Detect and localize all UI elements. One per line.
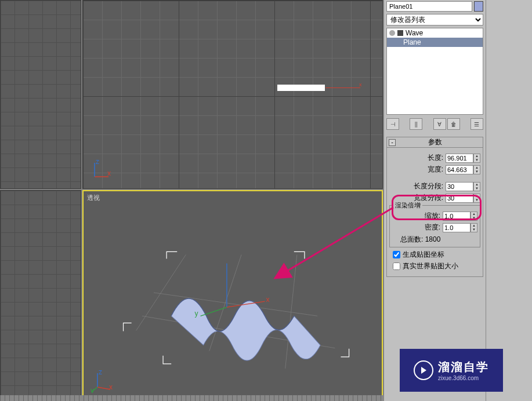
gizmo-x-axis[interactable] xyxy=(325,88,360,88)
viewport-top-left[interactable] xyxy=(0,0,81,189)
lightbulb-icon[interactable] xyxy=(389,30,395,36)
total-faces-value: 1800 xyxy=(425,235,441,243)
viewport-top-right[interactable]: x z x xyxy=(82,0,383,189)
command-panel: 修改器列表 Wave Plane ⊣ || xyxy=(384,0,532,401)
svg-text:y: y xyxy=(194,309,198,318)
group-title: 渲染倍增 xyxy=(393,201,422,210)
world-axis-gizmo: z x xyxy=(90,158,113,181)
axis-x-label: x xyxy=(359,82,362,88)
panel-scroll-strip[interactable] xyxy=(486,0,532,401)
parameters-rollout: - 参数 长度: ▲▼ 宽度: ▲ xyxy=(386,137,483,277)
svg-text:x: x xyxy=(266,296,269,304)
length-segs-input[interactable] xyxy=(446,182,473,191)
wave-plane-mesh[interactable]: x y xyxy=(84,191,382,400)
length-segs-spinner[interactable]: ▲▼ xyxy=(473,182,480,191)
stack-item-plane[interactable]: Plane xyxy=(387,38,483,47)
stack-label: Wave xyxy=(406,29,423,37)
length-input[interactable] xyxy=(446,154,473,163)
width-segs-spinner[interactable]: ▲▼ xyxy=(473,194,480,203)
plane-object-top[interactable] xyxy=(277,85,325,91)
object-name-input[interactable] xyxy=(386,1,472,12)
gen-uv-label: 生成贴图坐标 xyxy=(403,250,444,260)
length-spinner[interactable]: ▲▼ xyxy=(473,154,480,163)
width-segs-input[interactable] xyxy=(446,194,473,203)
pin-stack-button[interactable]: ⊣ xyxy=(386,118,399,130)
scale-input[interactable] xyxy=(443,212,471,221)
object-color-swatch[interactable] xyxy=(474,1,483,12)
width-label: 宽度: xyxy=(389,165,444,174)
real-world-label: 真实世界贴图大小 xyxy=(403,261,458,271)
real-world-checkbox[interactable] xyxy=(393,263,400,270)
timeline-slider[interactable] xyxy=(0,395,384,401)
world-axis-gizmo-persp: z x y xyxy=(91,370,114,393)
scale-label: 缩放: xyxy=(392,211,441,221)
svg-line-12 xyxy=(201,307,227,316)
width-input[interactable] xyxy=(446,165,473,174)
stack-item-wave[interactable]: Wave xyxy=(387,28,483,38)
watermark-title: 溜溜自学 xyxy=(438,359,489,375)
total-faces-label: 总面数: xyxy=(400,235,423,243)
show-end-button[interactable]: || xyxy=(410,118,422,130)
watermark: 溜溜自学 zixue.3d66.com xyxy=(400,349,503,392)
svg-line-16 xyxy=(97,387,110,389)
svg-text:y: y xyxy=(91,387,94,393)
rollout-header[interactable]: - 参数 xyxy=(387,137,483,148)
configure-button[interactable]: ☰ xyxy=(471,118,483,130)
collapse-icon[interactable]: - xyxy=(389,139,396,146)
rollout-title: 参数 xyxy=(428,137,442,147)
watermark-url: zixue.3d66.com xyxy=(438,375,479,381)
density-spinner[interactable]: ▲▼ xyxy=(471,223,477,232)
expand-icon[interactable] xyxy=(397,30,403,36)
modifier-list-dropdown[interactable]: 修改器列表 xyxy=(386,14,483,25)
gen-uv-checkbox[interactable] xyxy=(393,251,400,258)
svg-text:z: z xyxy=(99,370,102,376)
svg-text:z: z xyxy=(96,158,99,166)
viewport-bottom-left[interactable] xyxy=(0,190,81,401)
density-input[interactable] xyxy=(443,223,471,232)
viewport-perspective[interactable]: 透视 xyxy=(82,190,383,401)
render-mult-group: 渲染倍增 缩放: ▲▼ 密度: ▲▼ xyxy=(389,205,480,247)
density-label: 密度: xyxy=(392,223,441,232)
svg-text:x: x xyxy=(109,383,113,391)
stack-label: Plane xyxy=(403,38,421,46)
unique-button[interactable]: ∀ xyxy=(433,118,446,130)
length-segs-label: 长度分段: xyxy=(389,181,444,191)
play-icon xyxy=(414,360,433,380)
remove-button[interactable]: 🗑 xyxy=(447,118,460,130)
scale-spinner[interactable]: ▲▼ xyxy=(471,212,477,221)
width-spinner[interactable]: ▲▼ xyxy=(473,165,480,174)
svg-text:x: x xyxy=(107,169,111,177)
modifier-stack[interactable]: Wave Plane xyxy=(386,28,483,115)
length-label: 长度: xyxy=(389,153,444,163)
